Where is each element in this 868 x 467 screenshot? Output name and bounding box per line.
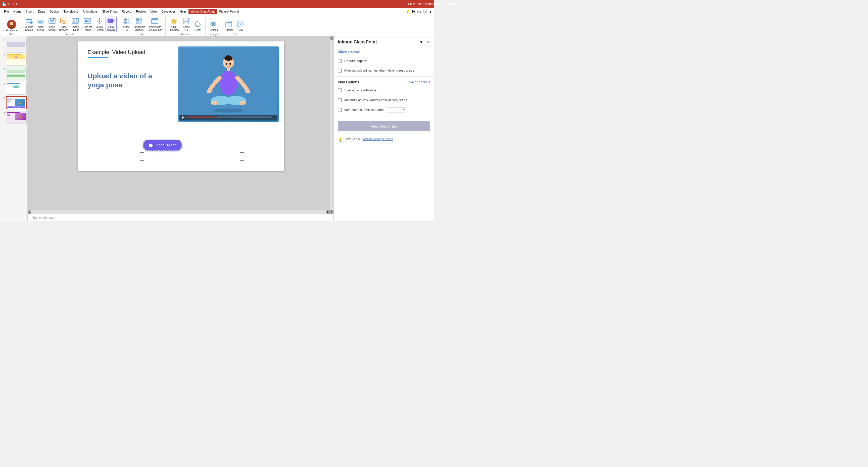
slide-num-9: 9 bbox=[1, 82, 5, 86]
slide-num-7: 7 bbox=[1, 54, 5, 56]
class-list-button[interactable]: ClassList bbox=[121, 16, 132, 32]
save-as-default-button[interactable]: Save as default bbox=[409, 80, 430, 84]
group-label-my: My bbox=[141, 32, 144, 36]
save-icon[interactable]: 💾 bbox=[2, 2, 6, 6]
draggable-objects-icon bbox=[135, 17, 143, 25]
require-caption-option: Require caption bbox=[334, 56, 434, 66]
customize-icon[interactable]: ▾ bbox=[16, 2, 17, 6]
reset-button[interactable]: ↺ Reset bbox=[192, 20, 203, 32]
panel-close-icon[interactable]: ✕ bbox=[427, 40, 430, 44]
class-list-icon bbox=[122, 17, 130, 25]
panel-section-title: Video Record bbox=[334, 47, 434, 56]
require-caption-checkbox[interactable] bbox=[338, 59, 342, 63]
panel-header: Inknoe ClassPoint ▼ ✕ bbox=[334, 36, 434, 47]
short-answer-button[interactable]: 💬 ShortAnswer bbox=[46, 16, 58, 32]
menu-insert[interactable]: Insert bbox=[24, 9, 35, 14]
image-upload-icon bbox=[71, 17, 80, 25]
tutorial-button[interactable]: Tutorial bbox=[223, 20, 234, 32]
word-cloud-label: WordCloud bbox=[37, 26, 44, 32]
view-responses-button[interactable]: View Responses bbox=[338, 121, 430, 131]
scrollbar-horizontal[interactable]: ◀ ▶ bbox=[28, 210, 330, 214]
collapse-ribbon-icon[interactable]: ▲ bbox=[429, 10, 432, 13]
settings-button[interactable]: Settings bbox=[208, 20, 219, 32]
svg-rect-78 bbox=[149, 144, 152, 146]
video-upload-slide-button[interactable]: Video Upload bbox=[143, 140, 182, 151]
autoclose-checkbox[interactable] bbox=[338, 108, 342, 112]
slide-item-6[interactable]: 6 bbox=[1, 37, 26, 52]
slide-thumb-10: Upload a video 🧘 ▶ Video Upload bbox=[6, 96, 27, 109]
comments-icon[interactable]: 💬 bbox=[423, 10, 427, 13]
ribbon: File Home Insert Draw Design Transitions… bbox=[0, 8, 434, 36]
menu-developer[interactable]: Developer bbox=[159, 9, 177, 14]
panel-collapse-icon[interactable]: ▼ bbox=[420, 40, 423, 44]
slide-drawing-label: SlideDrawing bbox=[59, 26, 68, 32]
menu-home[interactable]: Home bbox=[11, 9, 23, 14]
minimize-window-checkbox[interactable] bbox=[338, 98, 342, 102]
slide-item-7[interactable]: 7 🏠 bbox=[1, 52, 26, 66]
image-upload-label: ImageUpload bbox=[71, 26, 80, 32]
svg-rect-41 bbox=[152, 19, 158, 20]
multiple-choice-button[interactable]: ✓ MultipleChoice bbox=[23, 16, 34, 32]
menu-slideshow[interactable]: Slide Show bbox=[100, 9, 119, 14]
svg-point-69 bbox=[239, 101, 246, 105]
quiz-summary-button[interactable]: QuizSummary bbox=[167, 16, 180, 32]
start-with-slide-checkbox[interactable] bbox=[338, 88, 342, 92]
share-pdf-label: SharePDF bbox=[183, 26, 190, 32]
menu-help[interactable]: Help bbox=[178, 9, 188, 14]
svg-rect-24 bbox=[88, 20, 90, 21]
word-cloud-button[interactable]: words WordCloud bbox=[35, 16, 46, 32]
slide-item-8[interactable]: 8 bbox=[1, 67, 26, 80]
scrollbar-vertical[interactable]: ▲ ▼ bbox=[330, 36, 334, 214]
undo-icon[interactable]: ↩ bbox=[8, 2, 10, 6]
svg-rect-18 bbox=[61, 18, 67, 23]
slide-item-11[interactable]: 11 Videopose 🧘 bbox=[1, 110, 26, 124]
ribbon-group-review: QuizSummary PDF SharePDF bbox=[165, 16, 206, 36]
slide-panel[interactable]: 6 7 🏠 bbox=[0, 36, 28, 221]
draggable-objects-button[interactable]: DraggableObjects bbox=[132, 16, 146, 32]
slide-item-9[interactable]: 9 bbox=[1, 81, 26, 95]
lightbulb-icon: 💡 bbox=[406, 10, 410, 13]
help-button[interactable]: ? Help bbox=[235, 20, 246, 32]
slide-drawing-button[interactable]: SlideDrawing bbox=[58, 16, 69, 32]
menu-file[interactable]: File bbox=[2, 9, 11, 14]
svg-rect-4 bbox=[26, 19, 32, 20]
fill-blanks-button[interactable]: Fill in theBlanks bbox=[82, 16, 93, 32]
svg-rect-25 bbox=[85, 21, 88, 22]
slide-num-11: 11 bbox=[1, 112, 5, 114]
hint-icon: 💡 bbox=[338, 137, 343, 142]
canvas-area: ▲ ▼ Example: Video Upload Upload a video… bbox=[28, 36, 334, 221]
user-button[interactable]: Miss Marie bbox=[4, 19, 19, 32]
slide-item-10[interactable]: 10 Upload a video 🧘 ▶ Video Upload bbox=[1, 96, 26, 110]
group-label-settings: Settings bbox=[209, 32, 218, 36]
audio-record-button[interactable]: AudioRecord bbox=[94, 16, 105, 32]
svg-point-1 bbox=[10, 22, 13, 25]
menu-picture-format[interactable]: Picture Format bbox=[217, 9, 241, 14]
image-upload-button[interactable]: ImageUpload bbox=[70, 16, 81, 32]
svg-point-70 bbox=[226, 63, 227, 65]
menu-view[interactable]: View bbox=[148, 9, 159, 14]
group-label-review: Review bbox=[181, 32, 190, 36]
hint-link[interactable]: activity examples here bbox=[363, 137, 393, 141]
menu-draw[interactable]: Draw bbox=[36, 9, 47, 14]
menu-design[interactable]: Design bbox=[48, 9, 61, 14]
require-caption-label: Require caption bbox=[344, 59, 367, 63]
menu-review[interactable]: Review bbox=[134, 9, 148, 14]
svg-text:?: ? bbox=[240, 22, 242, 26]
slide-canvas: Example: Video Upload Upload a video of … bbox=[78, 41, 284, 171]
svg-point-73 bbox=[213, 108, 244, 112]
notes-bar[interactable]: Tap to add notes bbox=[28, 214, 334, 221]
tell-me-label[interactable]: Tell me bbox=[412, 10, 421, 13]
svg-rect-39 bbox=[140, 21, 142, 24]
redo-icon[interactable]: ↪ bbox=[12, 2, 14, 6]
svg-rect-53 bbox=[227, 25, 229, 25]
hide-participant-checkbox[interactable] bbox=[338, 69, 342, 73]
menu-transitions[interactable]: Transitions bbox=[62, 9, 80, 14]
menu-inknoe-classpoint[interactable]: Inknoe ClassPoint bbox=[188, 9, 217, 14]
menu-record[interactable]: Record bbox=[120, 9, 133, 14]
svg-rect-23 bbox=[85, 20, 87, 21]
video-upload-ribbon-button[interactable]: VideoUpload bbox=[105, 16, 117, 32]
share-pdf-button[interactable]: PDF SharePDF bbox=[181, 16, 192, 32]
menu-animations[interactable]: Animations bbox=[81, 9, 99, 14]
video-upload-ribbon-label: VideoUpload bbox=[107, 25, 115, 31]
whiteboard-backgrounds-button[interactable]: WhiteboardBackgrounds bbox=[147, 16, 163, 32]
